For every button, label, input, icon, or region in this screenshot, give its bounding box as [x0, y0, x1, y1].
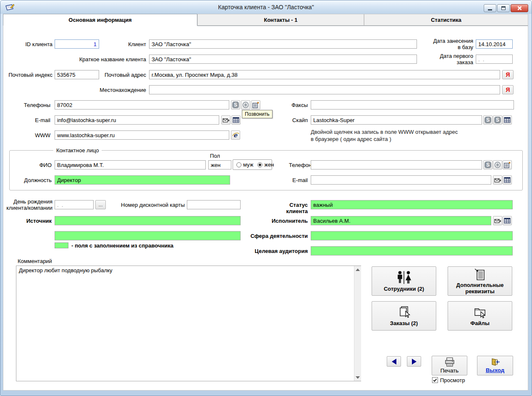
- date-added-field[interactable]: [476, 39, 513, 49]
- email-label: E-mail: [26, 117, 50, 123]
- exit-door-icon: [490, 358, 500, 366]
- source-field[interactable]: [55, 216, 241, 225]
- gender-text-field[interactable]: [208, 160, 231, 169]
- skype-call-button-3[interactable]: S: [483, 160, 493, 169]
- mail-send-icon: [494, 218, 501, 224]
- contact-email-field[interactable]: [311, 175, 491, 185]
- dial-phone-button-2[interactable]: [503, 160, 512, 169]
- legend-text: - поля с заполнением из справочника: [71, 242, 206, 249]
- asterisk-pbx-button-2[interactable]: [493, 160, 502, 169]
- postal-code-field[interactable]: [55, 70, 99, 79]
- yandex-map-button-address[interactable]: Я: [502, 70, 514, 79]
- next-record-button[interactable]: [407, 356, 421, 367]
- www-field[interactable]: [55, 130, 229, 140]
- preview-checkbox[interactable]: [432, 377, 438, 383]
- client-id-field[interactable]: [55, 39, 99, 49]
- source-extra-field[interactable]: [55, 231, 241, 240]
- table-icon: [504, 117, 511, 123]
- activity-field[interactable]: [311, 231, 513, 240]
- skype-call-button[interactable]: S: [231, 100, 240, 109]
- yandex-map-button-location[interactable]: Я: [502, 85, 514, 94]
- postal-address-label: Почтовый адрес: [101, 72, 146, 78]
- requisites-document-icon: [474, 268, 486, 281]
- skype-icon: S: [485, 117, 491, 123]
- send-mail-button-3[interactable]: [493, 216, 502, 225]
- fio-field[interactable]: [55, 160, 206, 169]
- skype-call-button-2[interactable]: S: [483, 115, 493, 125]
- birthday-browse-button[interactable]: ...: [95, 200, 106, 209]
- dial-phone-button[interactable]: [251, 100, 260, 109]
- manager-list-button[interactable]: [503, 216, 512, 225]
- print-button[interactable]: Печать: [432, 356, 467, 375]
- manager-field[interactable]: [311, 216, 491, 225]
- mail-send-icon: [494, 177, 501, 183]
- internet-explorer-icon: e: [232, 132, 239, 139]
- client-card-window: Карточка клиента - ЗАО "Ласточка" Основн…: [0, 0, 532, 396]
- postal-address-field[interactable]: [149, 70, 500, 79]
- dial-phone-icon: [252, 102, 259, 108]
- mail-send-icon: [223, 117, 230, 123]
- faxes-field[interactable]: [311, 100, 514, 109]
- client-status-field[interactable]: [311, 200, 513, 209]
- short-name-field[interactable]: [149, 55, 417, 64]
- orders-button[interactable]: Заказы (2): [372, 301, 436, 331]
- send-mail-button-2[interactable]: [493, 175, 502, 185]
- skype-icon: S: [485, 162, 491, 168]
- arrow-left-icon: [392, 359, 396, 365]
- client-label: Клиент: [113, 41, 146, 47]
- gender-radio-group: муж жен: [233, 159, 272, 170]
- contact-email-label: E-mail: [286, 177, 308, 183]
- open-browser-button[interactable]: e: [231, 130, 240, 140]
- position-field[interactable]: [55, 175, 230, 185]
- client-status-label: Статус клиента: [268, 202, 308, 214]
- comment-textarea[interactable]: Директор любит подводную рыбалку: [16, 266, 361, 381]
- yandex-icon: Я: [506, 71, 510, 78]
- printer-icon: [444, 357, 455, 367]
- gender-option-female[interactable]: жен: [257, 162, 274, 168]
- skype-icon: S: [232, 102, 239, 108]
- gender-option-male[interactable]: муж: [236, 162, 253, 168]
- birthday-field[interactable]: [55, 200, 94, 209]
- contact-group-title: Контактное лицо: [53, 147, 102, 154]
- audience-field[interactable]: [311, 246, 513, 255]
- asterisk-icon: [242, 102, 249, 108]
- short-name-label: Краткое название клиента: [62, 56, 146, 63]
- audience-label: Целевая аудитория: [253, 248, 308, 254]
- phones-field[interactable]: [55, 100, 229, 109]
- fio-label: ФИО: [36, 162, 52, 168]
- skype-chat-icon: S: [494, 117, 501, 123]
- exit-button[interactable]: Выход: [477, 356, 513, 375]
- skype-field[interactable]: [311, 115, 482, 125]
- location-field[interactable]: [149, 85, 500, 94]
- client-id-label: ID клиента: [10, 41, 52, 47]
- skype-list-button[interactable]: [503, 115, 512, 125]
- tab-main-info[interactable]: Основная информация: [3, 14, 197, 26]
- discount-card-label: Номер дисконтной карты: [108, 202, 185, 208]
- prev-record-button[interactable]: [387, 356, 401, 367]
- scroll-up-arrow[interactable]: [354, 266, 361, 273]
- asterisk-icon: [494, 162, 501, 168]
- comment-scrollbar[interactable]: [354, 266, 361, 381]
- files-button[interactable]: Файлы: [448, 301, 512, 331]
- extra-requisites-button[interactable]: Дополнительные реквизиты: [448, 266, 512, 296]
- email-list-button[interactable]: [231, 115, 241, 125]
- email-field[interactable]: [55, 115, 219, 125]
- skype-chat-button[interactable]: S: [493, 115, 502, 125]
- send-mail-button[interactable]: [221, 115, 231, 125]
- client-name-field[interactable]: [149, 39, 417, 49]
- comment-label: Комментарий: [18, 258, 68, 264]
- contact-phone-field[interactable]: [311, 160, 482, 169]
- first-order-date-label: Дата первого заказа: [429, 53, 473, 65]
- asterisk-pbx-button[interactable]: [241, 100, 250, 109]
- orders-icon: [397, 305, 411, 319]
- table-icon: [233, 117, 239, 123]
- www-note-line1: Двойной щелчек на запись в поле WWW откр…: [311, 128, 521, 135]
- first-order-date-field[interactable]: [476, 55, 513, 64]
- contact-phone-label: Телефон: [289, 162, 308, 168]
- discount-card-field[interactable]: [187, 200, 241, 209]
- radio-male-icon: [236, 162, 241, 167]
- checkmark-icon: [433, 378, 437, 382]
- employees-button[interactable]: Сотрудники (2): [372, 266, 436, 296]
- email-list-button-2[interactable]: [503, 175, 512, 185]
- scroll-down-arrow[interactable]: [354, 374, 361, 381]
